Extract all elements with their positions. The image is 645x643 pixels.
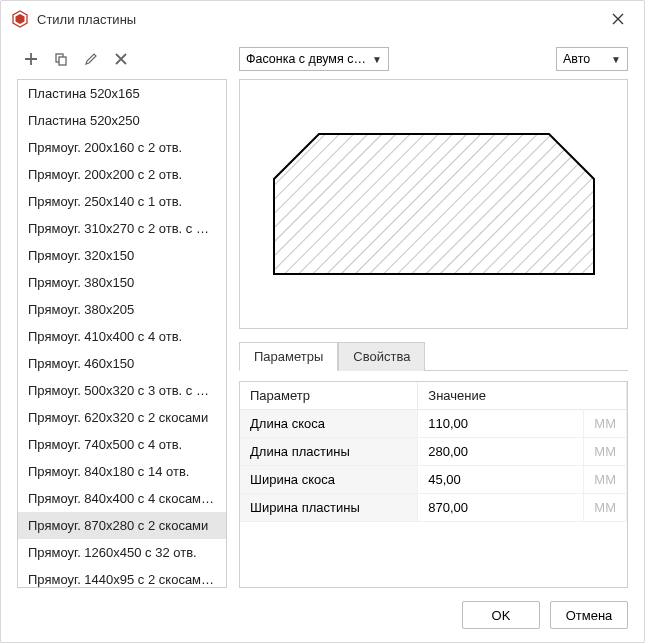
list-item[interactable]: Прямоуг. 200x200 с 2 отв. [18, 161, 226, 188]
list-item[interactable]: Прямоуг. 870x280 с 2 скосами [18, 512, 226, 539]
copy-icon [54, 52, 68, 66]
window-title: Стили пластины [37, 12, 136, 27]
col-header-value: Значение [418, 382, 627, 410]
parameters-table: Параметр Значение Длина скоса110,00ММДли… [240, 382, 627, 522]
param-unit: ММ [584, 494, 627, 522]
list-item[interactable]: Прямоуг. 1260x450 с 32 отв. [18, 539, 226, 566]
list-item[interactable]: Прямоуг. 620x320 с 2 скосами [18, 404, 226, 431]
tab-parameters[interactable]: Параметры [239, 342, 338, 371]
list-item[interactable]: Прямоуг. 250x140 с 1 отв. [18, 188, 226, 215]
tab-bar: Параметры Свойства [239, 341, 628, 371]
cancel-button[interactable]: Отмена [550, 601, 628, 629]
style-list[interactable]: Пластина 520x165Пластина 520x250Прямоуг.… [17, 79, 227, 588]
close-icon [612, 13, 624, 25]
pencil-icon [84, 52, 98, 66]
chevron-down-icon: ▼ [372, 54, 382, 65]
preview-pane [239, 79, 628, 329]
param-unit: ММ [584, 410, 627, 438]
param-name: Ширина скоса [240, 466, 418, 494]
list-item[interactable]: Прямоуг. 380x150 [18, 269, 226, 296]
table-row: Ширина скоса45,00ММ [240, 466, 627, 494]
svg-rect-6 [264, 124, 604, 284]
auto-select[interactable]: Авто ▼ [556, 47, 628, 71]
chevron-down-icon: ▼ [611, 54, 621, 65]
plus-icon [24, 52, 38, 66]
edit-button[interactable] [81, 49, 101, 69]
dialog-footer: OK Отмена [1, 588, 644, 642]
table-row: Ширина пластины870,00ММ [240, 494, 627, 522]
list-item[interactable]: Пластина 520x250 [18, 107, 226, 134]
plate-preview-icon [264, 124, 604, 284]
list-item[interactable]: Прямоуг. 1440x95 с 2 скосами одн. [18, 566, 226, 588]
dialog-window: Стили пластины Пластина 5 [0, 0, 645, 643]
param-unit: ММ [584, 438, 627, 466]
svg-rect-3 [59, 57, 66, 65]
delete-button[interactable] [111, 49, 131, 69]
list-item[interactable]: Прямоуг. 740x500 с 4 отв. [18, 431, 226, 458]
param-value[interactable]: 280,00 [418, 438, 584, 466]
param-value[interactable]: 45,00 [418, 466, 584, 494]
style-type-value: Фасонка с двумя скосами [246, 52, 366, 66]
list-item[interactable]: Прямоуг. 310x270 с 2 отв. с 1 скосом [18, 215, 226, 242]
list-item[interactable]: Прямоуг. 840x180 с 14 отв. [18, 458, 226, 485]
list-item[interactable]: Прямоуг. 840x400 с 4 скосами и 2 отв. [18, 485, 226, 512]
param-name: Длина скоса [240, 410, 418, 438]
table-row: Длина пластины280,00ММ [240, 438, 627, 466]
parameters-panel: Параметр Значение Длина скоса110,00ММДли… [239, 381, 628, 588]
tab-properties[interactable]: Свойства [338, 342, 425, 371]
param-name: Ширина пластины [240, 494, 418, 522]
list-item[interactable]: Прямоуг. 320x150 [18, 242, 226, 269]
copy-button[interactable] [51, 49, 71, 69]
param-value[interactable]: 870,00 [418, 494, 584, 522]
list-item[interactable]: Пластина 520x165 [18, 80, 226, 107]
col-header-name: Параметр [240, 382, 418, 410]
param-name: Длина пластины [240, 438, 418, 466]
list-item[interactable]: Прямоуг. 380x205 [18, 296, 226, 323]
close-button[interactable] [598, 5, 638, 33]
list-item[interactable]: Прямоуг. 460x150 [18, 350, 226, 377]
svg-marker-1 [16, 14, 25, 24]
app-logo-icon [11, 10, 29, 28]
list-item[interactable]: Прямоуг. 410x400 с 4 отв. [18, 323, 226, 350]
style-type-select[interactable]: Фасонка с двумя скосами ▼ [239, 47, 389, 71]
list-toolbar [17, 45, 227, 73]
ok-button[interactable]: OK [462, 601, 540, 629]
table-row: Длина скоса110,00ММ [240, 410, 627, 438]
x-icon [114, 52, 128, 66]
titlebar: Стили пластины [1, 1, 644, 37]
list-item[interactable]: Прямоуг. 200x160 с 2 отв. [18, 134, 226, 161]
auto-value: Авто [563, 52, 590, 66]
param-value[interactable]: 110,00 [418, 410, 584, 438]
add-button[interactable] [21, 49, 41, 69]
param-unit: ММ [584, 466, 627, 494]
list-item[interactable]: Прямоуг. 500x320 с 3 отв. с 2 скосами [18, 377, 226, 404]
